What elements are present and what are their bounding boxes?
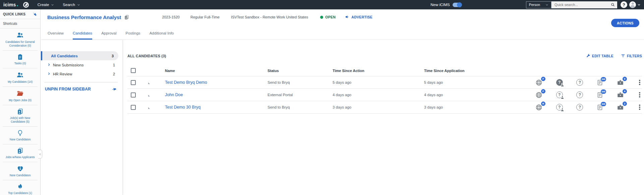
screening-question-icon[interactable]: ? (556, 79, 563, 86)
screening-question-icon[interactable]: ? (556, 104, 563, 111)
chevron-down-icon (51, 3, 54, 6)
group-count: 3 (112, 54, 114, 58)
job-req-id: 2023-1520 (162, 15, 180, 19)
jobs-badge: 2 (623, 102, 627, 106)
sidebar-item-new-candidates-ideas[interactable]: New Candidates (3, 127, 38, 144)
group-count: 2 (113, 72, 115, 76)
jobs-briefcase-icon[interactable]: 4 (617, 91, 624, 99)
tab-candidates[interactable]: Candidates (73, 31, 92, 40)
account-chevron-icon[interactable] (637, 3, 641, 6)
row-menu-kebab[interactable] (637, 79, 642, 86)
tab-overview[interactable]: Overview (48, 31, 64, 40)
tab-approval[interactable]: Approval (101, 31, 116, 40)
source-badge: F (541, 89, 545, 93)
table-row: Test Demo 30 Bryq Send to Bryq 3 days ag… (127, 101, 642, 114)
filters-button[interactable]: FILTERS (621, 54, 642, 58)
table-title: ALL CANDIDATES (3) (127, 54, 166, 58)
forms-badge: 0/0 (601, 102, 606, 106)
quick-links-title: QUICK LINKS (3, 12, 25, 16)
help-question-icon[interactable]: ? (576, 104, 583, 111)
advertise-button[interactable]: ADVERTISE (345, 15, 372, 19)
row-checkbox[interactable] (131, 92, 136, 97)
candidate-name-link[interactable]: Test Demo 30 Bryq (165, 105, 200, 110)
row-checkbox[interactable] (131, 80, 136, 85)
job-header: Business Performance Analyst 2023-1520 R… (41, 9, 644, 25)
source-globe-icon[interactable]: F (535, 79, 542, 86)
chevron-right-icon (47, 63, 51, 66)
id-badge-icon (17, 147, 23, 154)
forms-icon[interactable]: 0/0 (597, 92, 603, 98)
sidebar-item-new-candidates-matches[interactable]: New Candidates (3, 162, 38, 180)
lightbulb-icon (17, 130, 23, 136)
jobs-briefcase-icon[interactable]: 2 (617, 104, 624, 111)
sidebar-item-top-candidates[interactable]: Top Candidates (1) (3, 180, 38, 195)
users-icon (16, 71, 24, 79)
row-menu-kebab[interactable] (637, 91, 642, 99)
jobs-briefcase-icon[interactable]: 9 (617, 79, 624, 86)
folder-open-icon (16, 90, 24, 97)
source-globe-icon[interactable]: F (535, 91, 542, 99)
time-since-action: 3 days ago (333, 105, 424, 109)
search-scope-select[interactable]: Person (526, 1, 551, 8)
col-status: Status (268, 69, 333, 73)
source-badge: F (541, 77, 545, 81)
create-menu[interactable]: Create (38, 3, 54, 7)
tab-additional-info[interactable]: Additional Info (150, 31, 174, 40)
pin-icon (111, 86, 118, 92)
row-checkbox[interactable] (131, 105, 136, 110)
forms-icon[interactable]: 0/0 (597, 79, 603, 86)
time-since-action: 5 days ago (333, 80, 424, 84)
group-new-submissions[interactable]: New Submissions 1 (41, 60, 122, 69)
forms-badge: 0/0 (601, 77, 606, 81)
candidate-status: Send to Bryq (268, 80, 333, 84)
sidebar-item-candidates-general[interactable]: Candidates for General Consideration (0) (3, 28, 38, 51)
table-row: John Doe External Portal 4 days ago 4 da… (127, 89, 642, 101)
select-all-checkbox[interactable] (131, 68, 136, 73)
group-all-candidates[interactable]: All Candidates 3 (41, 51, 118, 60)
candidate-name-link[interactable]: John Doe (165, 92, 183, 97)
row-menu-kebab[interactable] (637, 104, 642, 111)
quick-search-box (551, 1, 617, 8)
help-question-icon[interactable]: ? (576, 91, 583, 98)
job-title[interactable]: Business Performance Analyst (47, 14, 121, 20)
candidate-groups-panel: All Candidates 3 New Submissions 1 HR Re… (41, 40, 123, 195)
sidebar-item-my-open-jobs[interactable]: My Open Jobs (0) (3, 87, 38, 105)
clipboard-icon (17, 54, 23, 60)
candidate-name-link[interactable]: Test Demo Bryq Demo (165, 80, 207, 85)
edit-table-button[interactable]: EDIT TABLE (586, 54, 613, 58)
sidebar-item-tasks[interactable]: Tasks (0) (3, 51, 38, 68)
forms-icon[interactable]: 0/0 (597, 104, 603, 111)
col-time-since-action: Time Since Action (333, 69, 424, 73)
candidate-status: External Portal (268, 93, 333, 97)
pin-icon[interactable] (33, 12, 37, 16)
account-avatar[interactable] (629, 1, 636, 8)
time-since-action: 4 days ago (333, 93, 424, 97)
actions-button[interactable]: ACTIONS (611, 19, 639, 27)
quick-search-input[interactable] (554, 2, 611, 7)
search-menu[interactable]: Search (63, 3, 80, 7)
search-icon[interactable] (611, 3, 615, 7)
brand-icon[interactable] (23, 2, 29, 8)
candidate-status: Send to Bryq (268, 105, 333, 109)
new-icims-toggle[interactable] (453, 3, 462, 7)
unpin-from-sidebar-button[interactable]: UNPIN FROM SIDEBAR (41, 82, 122, 91)
job-profile-icon (124, 15, 129, 20)
time-since-application: 4 days ago (424, 93, 535, 97)
sidebar-collapse-handle[interactable] (38, 150, 42, 158)
table-header-row: Name Status Time Since Action Time Since… (127, 65, 642, 76)
wrench-icon (586, 54, 590, 58)
source-globe-icon[interactable]: R (535, 104, 542, 111)
sidebar-item-jobs-with-new-candidates[interactable]: Job(s) with New Candidates (5) (3, 105, 38, 127)
heart-person-icon (17, 165, 24, 172)
group-hr-review[interactable]: HR Review 2 (41, 69, 122, 78)
chevron-left-icon (39, 153, 41, 156)
tab-postings[interactable]: Postings (126, 31, 140, 40)
screening-question-icon[interactable]: ? (556, 91, 563, 98)
sidebar-item-jobs-new-applicants[interactable]: Jobs w/New Applicants (3, 144, 38, 162)
job-location: ISVTest Sandbox - Remote Work United Sta… (231, 15, 308, 19)
help-button[interactable]: ? (621, 1, 627, 8)
sidebar-item-my-candidates[interactable]: My Candidates (14) (3, 68, 38, 87)
flame-icon (17, 183, 23, 190)
help-question-icon[interactable]: ? (576, 79, 583, 86)
col-name: Name (165, 69, 268, 73)
